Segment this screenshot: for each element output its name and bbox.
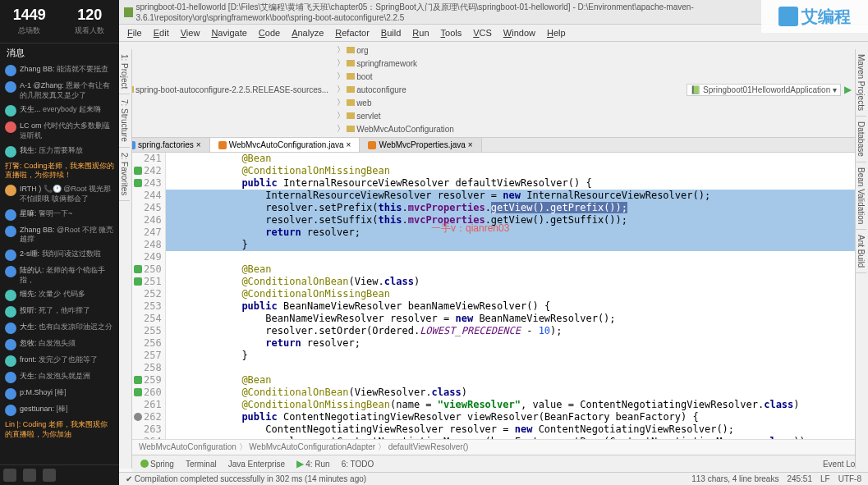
emoji-icon[interactable] xyxy=(3,469,16,482)
menu-edit[interactable]: Edit xyxy=(149,26,174,39)
chat-message[interactable]: 我生: 压力需要释放 xyxy=(0,144,119,160)
gutter-mark-icon[interactable] xyxy=(134,376,142,384)
chat-list[interactable]: Zhang BB: 能清就不要抵查A-1 @Zhang: 恩最个有让有的几照发真… xyxy=(0,62,119,464)
bottom-tab[interactable]: 6: TODO xyxy=(337,457,379,470)
breadcrumb-item[interactable]: 〉 springframework xyxy=(333,57,457,70)
chat-message[interactable]: p:M.Shoyi [棒] xyxy=(0,386,119,402)
editor-tab[interactable]: WebMvcProperties.java × xyxy=(360,138,481,152)
code-line[interactable]: @Bean xyxy=(166,153,855,165)
chat-message[interactable]: 天生: 白发泡头就是洲 xyxy=(0,369,119,386)
menu-file[interactable]: File xyxy=(122,26,147,39)
code-line[interactable]: @ConditionalOnMissingBean xyxy=(166,165,855,177)
breadcrumb-item[interactable]: 〉 servlet xyxy=(333,109,457,122)
editor[interactable]: 2412422432442452462472482492502512522532… xyxy=(132,153,855,439)
gutter-mark-icon[interactable] xyxy=(134,179,142,187)
close-icon[interactable]: × xyxy=(196,140,201,149)
chat-message[interactable]: 天生... everybody 起来嗨 xyxy=(0,103,119,119)
tool-tab[interactable]: Ant Build xyxy=(856,230,866,273)
editor-tab[interactable]: WebMvcAutoConfiguration.java × xyxy=(210,138,361,152)
line-number[interactable]: 244 xyxy=(144,190,162,202)
code-line[interactable]: BeanNameViewResolver resolver = new Bean… xyxy=(166,313,855,325)
breadcrumb-item[interactable]: 〉 web xyxy=(333,96,457,109)
chat-message[interactable]: 大生: 也有白发凉印油迟之分 xyxy=(0,320,119,336)
editor-tab[interactable]: spring.factories × xyxy=(119,138,210,152)
menu-build[interactable]: Build xyxy=(376,26,406,39)
menu-view[interactable]: View xyxy=(176,26,205,39)
line-number[interactable]: 260 xyxy=(144,387,162,399)
breadcrumb-item[interactable]: 〉 autoconfigure xyxy=(333,83,457,96)
line-number[interactable]: 257 xyxy=(144,350,162,362)
chat-message[interactable]: A-1 @Zhang: 恩最个有让有的几照发真又是少了 xyxy=(0,79,119,103)
tool-tab[interactable]: 1: Project xyxy=(119,49,130,94)
gutter-mark-icon[interactable] xyxy=(134,167,142,175)
gutter-mark-icon[interactable] xyxy=(134,388,142,396)
tool-tab[interactable]: 2: Favorites xyxy=(119,148,130,201)
chat-message[interactable]: Zhang BB: 能清就不要抵查 xyxy=(0,62,119,79)
line-number[interactable]: 241 xyxy=(144,153,162,165)
menu-help[interactable]: Help xyxy=(542,26,571,39)
bottom-tab[interactable]: Spring xyxy=(135,457,179,470)
gutter[interactable]: 2412422432442452462472482492502512522532… xyxy=(132,153,166,439)
chat-message[interactable]: Zhang BB: @Root 不挖 微亮越撑 xyxy=(0,223,119,247)
breadcrumb-item[interactable]: 〉 org xyxy=(333,43,457,57)
code-line[interactable] xyxy=(166,362,855,374)
chat-message[interactable]: IRTH ) 📞🕐 @Root 视光那不怕眼哦 咳俩都会了 xyxy=(0,182,119,206)
breadcrumb-item[interactable]: 〉 boot xyxy=(333,70,457,83)
line-number[interactable]: 254 xyxy=(144,313,162,325)
code-line[interactable]: return resolver; xyxy=(166,226,855,239)
line-number[interactable]: 264 xyxy=(144,436,162,439)
line-number[interactable]: 262 xyxy=(144,411,162,423)
close-icon[interactable]: × xyxy=(468,140,473,149)
status-item[interactable]: LF xyxy=(820,474,830,483)
status-item[interactable]: 245:51 xyxy=(787,474,812,483)
close-icon[interactable]: × xyxy=(347,140,351,149)
line-number[interactable]: 263 xyxy=(144,423,162,436)
line-number[interactable]: 252 xyxy=(144,288,162,300)
line-number[interactable]: 261 xyxy=(144,399,162,411)
nav-root[interactable]: spring-boot-autoconfigure-2.2.5.RELEASE-… xyxy=(122,85,332,95)
chat-message[interactable]: 2-s睡: 我削问读这过数啦 xyxy=(0,247,119,263)
line-number[interactable]: 258 xyxy=(144,362,162,374)
menu-code[interactable]: Code xyxy=(254,26,285,39)
breadcrumb-item[interactable]: 〉 WebMvcAutoConfiguration xyxy=(333,122,457,135)
chat-message[interactable]: front: 发完少了也能等了 xyxy=(0,353,119,369)
code-line[interactable]: resolver.setOrder(Ordered.LOWEST_PRECEDE… xyxy=(166,325,855,337)
menu-refactor[interactable]: Refactor xyxy=(330,26,374,39)
code-line[interactable]: resolver.setSuffix(this.mvcProperties.ge… xyxy=(166,214,855,226)
code-line[interactable]: @ConditionalOnBean(ViewResolver.class) xyxy=(166,387,855,399)
menu-vcs[interactable]: VCS xyxy=(468,26,497,39)
chat-input-bar[interactable] xyxy=(0,464,119,485)
line-number[interactable]: 248 xyxy=(144,239,162,251)
code-line[interactable]: public BeanNameViewResolver beanNameView… xyxy=(166,300,855,313)
chat-message[interactable]: 星嘛: 警明一下~ xyxy=(0,207,119,223)
menu-run[interactable]: Run xyxy=(407,26,434,39)
code-line[interactable]: @ConditionalOnMissingBean(name = "viewRe… xyxy=(166,399,855,411)
run-button[interactable]: ▶ xyxy=(844,84,852,95)
breadcrumb[interactable]: WebMvcAutoConfiguration 〉 WebMvcAutoConf… xyxy=(132,439,855,455)
line-number[interactable]: 251 xyxy=(144,276,162,288)
code-line[interactable]: public ContentNegotiatingViewResolver vi… xyxy=(166,411,855,423)
code-line[interactable]: @ConditionalOnMissingBean xyxy=(166,288,855,300)
tool-tab[interactable]: Database xyxy=(856,117,866,162)
chat-message[interactable]: 陆的认: 老师的每个镜临手指， xyxy=(0,263,119,287)
line-number[interactable]: 253 xyxy=(144,300,162,313)
line-number[interactable]: 242 xyxy=(144,165,162,177)
tool-tab[interactable]: 7: Structure xyxy=(119,94,130,148)
settings-icon[interactable] xyxy=(43,469,56,482)
chat-message[interactable]: 忽牧: 白发泡头须 xyxy=(0,336,119,353)
code-line[interactable]: @ConditionalOnBean(View.class) xyxy=(166,276,855,288)
line-number[interactable]: 245 xyxy=(144,202,162,214)
code-line[interactable]: } xyxy=(166,350,855,362)
menu-window[interactable]: Window xyxy=(498,26,540,39)
menu-tools[interactable]: Tools xyxy=(436,26,467,39)
menu-analyze[interactable]: Analyze xyxy=(287,26,328,39)
line-number[interactable]: 255 xyxy=(144,325,162,337)
status-item[interactable]: UTF-8 xyxy=(838,474,861,483)
tool-tab[interactable]: Maven Projects xyxy=(856,49,866,117)
gutter-mark-icon[interactable] xyxy=(134,413,142,421)
chat-message[interactable]: gesttunan: [棒] xyxy=(0,402,119,419)
tool-tab[interactable]: Bean Validation xyxy=(856,162,866,230)
code-line[interactable]: InternalResourceViewResolver resolver = … xyxy=(166,190,855,202)
line-number[interactable]: 247 xyxy=(144,226,162,239)
code-line[interactable]: return resolver; xyxy=(166,337,855,350)
